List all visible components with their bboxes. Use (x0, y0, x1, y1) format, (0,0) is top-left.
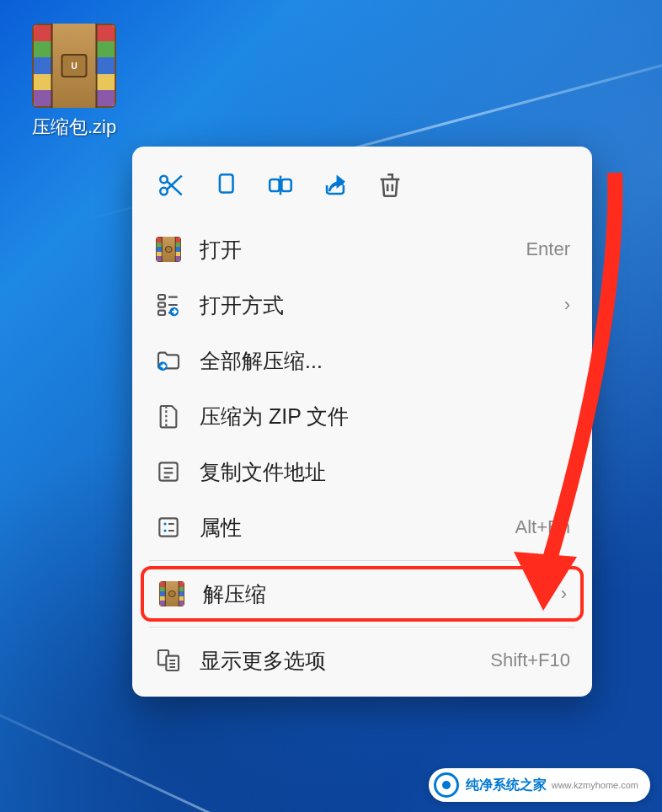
menu-item-open[interactable]: 打开 Enter (141, 222, 584, 277)
menu-divider (149, 627, 575, 628)
menu-item-extract[interactable]: 解压缩 › (141, 566, 584, 622)
svg-rect-5 (158, 295, 165, 299)
delete-button[interactable] (366, 162, 413, 208)
menu-label: 显示更多选项 (200, 647, 490, 675)
chevron-right-icon: › (564, 294, 570, 316)
trash-icon (376, 171, 404, 200)
menu-label: 打开 (200, 236, 526, 264)
winrar-icon (154, 235, 183, 264)
zip-file-icon (154, 402, 183, 430)
svg-rect-7 (158, 311, 165, 315)
menu-shortcut: Shift+F10 (490, 649, 570, 671)
copy-button[interactable] (202, 162, 248, 208)
properties-icon (154, 513, 183, 542)
copy-path-icon (154, 457, 183, 486)
menu-label: 打开方式 (200, 291, 556, 319)
menu-label: 全部解压缩... (200, 347, 570, 375)
menu-shortcut: Alt+En (515, 516, 570, 538)
winrar-icon (157, 580, 186, 608)
svg-rect-4 (281, 179, 291, 190)
menu-item-extract-all[interactable]: 全部解压缩... (141, 333, 584, 388)
menu-item-copy-path[interactable]: 复制文件地址 (141, 444, 584, 499)
svg-point-13 (163, 529, 166, 532)
svg-rect-11 (159, 518, 177, 536)
share-icon (321, 171, 350, 200)
copy-icon (211, 171, 240, 200)
context-menu: 打开 Enter 打开方式 › 全部解压缩... (132, 147, 592, 697)
svg-rect-3 (270, 179, 279, 190)
watermark: 纯净系统之家 www.kzmyhome.com (429, 768, 650, 802)
file-label: 压缩包.zip (24, 115, 125, 140)
menu-label: 复制文件地址 (200, 458, 570, 486)
context-toolbar (141, 155, 584, 222)
svg-rect-6 (158, 302, 165, 307)
svg-rect-2 (219, 174, 232, 192)
watermark-logo-icon (434, 772, 459, 798)
menu-label: 属性 (200, 514, 515, 542)
menu-item-open-with[interactable]: 打开方式 › (141, 277, 584, 333)
open-with-icon (154, 291, 183, 319)
menu-label: 解压缩 (203, 580, 553, 608)
menu-shortcut: Enter (526, 238, 570, 260)
chevron-right-icon: › (561, 583, 567, 605)
menu-divider (149, 560, 575, 561)
desktop-file[interactable]: U 压缩包.zip (24, 24, 125, 140)
share-button[interactable] (312, 162, 358, 208)
menu-item-show-more[interactable]: 显示更多选项 Shift+F10 (141, 633, 584, 688)
rename-button[interactable] (257, 162, 303, 208)
menu-item-compress-zip[interactable]: 压缩为 ZIP 文件 (141, 388, 584, 444)
show-more-icon (154, 646, 183, 675)
watermark-url: www.kzmyhome.com (552, 780, 638, 790)
folder-extract-icon (154, 346, 183, 375)
menu-label: 压缩为 ZIP 文件 (200, 403, 570, 430)
cut-button[interactable] (147, 162, 194, 208)
scissors-icon (157, 171, 185, 200)
svg-point-12 (163, 522, 166, 525)
winrar-archive-icon: U (32, 24, 116, 108)
menu-item-properties[interactable]: 属性 Alt+En (141, 499, 584, 555)
watermark-brand: 纯净系统之家 (466, 777, 547, 794)
rename-icon (266, 171, 295, 200)
